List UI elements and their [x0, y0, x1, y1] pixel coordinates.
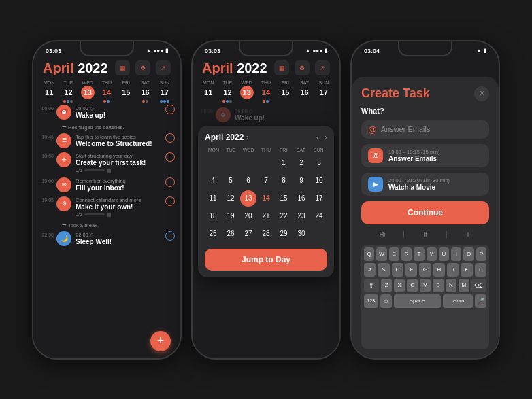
key-c[interactable]: C: [407, 279, 418, 292]
key-w[interactable]: W: [376, 247, 386, 261]
cal-day[interactable]: 17: [311, 190, 327, 207]
settings-icon[interactable]: ⚙: [135, 60, 150, 75]
week-col[interactable]: Mon11: [199, 80, 217, 103]
continue-button[interactable]: Continue: [361, 201, 489, 224]
week-col[interactable]: Wed13: [238, 80, 256, 103]
key-shift[interactable]: ⇧: [364, 279, 379, 292]
jump-to-day-button[interactable]: Jump to Day: [205, 249, 327, 271]
cal-day[interactable]: 26: [222, 226, 239, 242]
cal-day[interactable]: 3: [311, 155, 327, 171]
check-circle[interactable]: [165, 105, 175, 114]
settings-icon[interactable]: ⚙: [295, 60, 310, 75]
week-col-wed[interactable]: Wed 13: [79, 80, 97, 103]
key-u[interactable]: U: [439, 247, 449, 261]
cal-day[interactable]: 8: [276, 173, 292, 189]
week-col-mon[interactable]: Mon 11: [40, 80, 58, 103]
event-sleep[interactable]: 22:00 🌙 22:00 ◇ Sleep Well!: [39, 231, 175, 246]
key-emoji[interactable]: ☺: [380, 294, 392, 308]
key-t[interactable]: T: [414, 247, 424, 261]
key-r[interactable]: R: [401, 247, 412, 261]
key-numbers[interactable]: 123: [364, 294, 378, 308]
cal-day[interactable]: 29: [276, 226, 292, 242]
cal-day[interactable]: 22: [276, 208, 292, 224]
key-f[interactable]: F: [405, 263, 417, 277]
key-space[interactable]: space: [394, 294, 441, 308]
cal-day[interactable]: [205, 155, 221, 171]
cal-day[interactable]: 19: [222, 208, 239, 224]
week-col-sat[interactable]: Sat 16: [136, 80, 154, 103]
key-p[interactable]: P: [476, 247, 486, 261]
key-m[interactable]: M: [459, 279, 469, 292]
cal-day[interactable]: 7: [258, 173, 274, 189]
check-circle[interactable]: [165, 177, 175, 187]
cal-day[interactable]: 9: [293, 173, 310, 189]
key-delete[interactable]: ⌫: [471, 279, 486, 292]
cal-day[interactable]: 1: [276, 155, 292, 171]
key-return[interactable]: return: [443, 294, 472, 308]
key-j[interactable]: J: [447, 263, 459, 277]
calendar-icon[interactable]: ▦: [274, 60, 289, 75]
key-x[interactable]: X: [394, 279, 405, 292]
kb-sug-1[interactable]: Hi: [361, 231, 404, 238]
cal-day[interactable]: 20: [240, 208, 256, 224]
cal-day[interactable]: 2: [293, 155, 310, 171]
cal-day[interactable]: 18: [205, 208, 221, 224]
key-d[interactable]: D: [392, 263, 403, 277]
cal-day[interactable]: 10: [311, 173, 327, 189]
key-n[interactable]: N: [446, 279, 456, 292]
cal-day[interactable]: 28: [258, 226, 274, 242]
event-wakeup[interactable]: 06:00 ⏰ 06:00 ◇ Wake up!: [39, 105, 175, 120]
key-e[interactable]: E: [389, 247, 399, 261]
cal-day[interactable]: 4: [205, 173, 221, 189]
event-welcome[interactable]: 18:45 ☰ Tap this to learn the basics Wel…: [39, 133, 175, 148]
cal-day[interactable]: 15: [276, 190, 292, 207]
suggestion-answer-emails[interactable]: @ 10:00 – 10:15 (15 min) Answer Emails: [361, 144, 489, 167]
key-b[interactable]: B: [433, 279, 444, 292]
key-q[interactable]: Q: [364, 247, 374, 261]
week-col-tue[interactable]: Tue 12: [59, 80, 77, 103]
task-input[interactable]: Answer Emails: [381, 125, 482, 133]
key-v[interactable]: V: [420, 279, 431, 292]
check-circle[interactable]: [165, 196, 175, 206]
key-h[interactable]: H: [433, 263, 445, 277]
cal-day-highlight[interactable]: 14: [258, 190, 274, 207]
cal-day[interactable]: [311, 226, 327, 242]
week-col[interactable]: Thu14: [257, 80, 275, 103]
cal-day[interactable]: 6: [240, 173, 256, 189]
cal-day[interactable]: 24: [311, 208, 327, 224]
key-o[interactable]: O: [463, 247, 473, 261]
task-input-row[interactable]: @ Answer Emails: [361, 120, 489, 139]
key-g[interactable]: G: [419, 263, 431, 277]
week-col-sun[interactable]: Sun 17: [156, 80, 173, 103]
cal-day[interactable]: [240, 155, 256, 171]
cal-prev-btn[interactable]: ‹: [316, 133, 319, 142]
key-mic[interactable]: 🎤: [475, 294, 486, 308]
key-k[interactable]: K: [461, 263, 472, 277]
check-circle[interactable]: [165, 133, 175, 143]
cal-day-today[interactable]: 13: [240, 190, 256, 207]
event-inbox[interactable]: 19:00 ✉ Remember everything Fill your in…: [39, 177, 175, 192]
week-col[interactable]: Fri15: [276, 80, 294, 103]
event-create[interactable]: 18:50 + Start structuring your day Creat…: [39, 152, 175, 173]
week-col-thu[interactable]: Thu 14: [98, 80, 116, 103]
add-task-fab[interactable]: +: [150, 331, 171, 351]
cal-day[interactable]: 30: [293, 226, 310, 242]
key-l[interactable]: L: [475, 263, 486, 277]
check-circle[interactable]: [165, 231, 175, 241]
cal-day[interactable]: [222, 155, 239, 171]
cal-day[interactable]: 5: [222, 173, 239, 189]
week-col-fri[interactable]: Fri 15: [117, 80, 135, 103]
close-button[interactable]: ✕: [474, 86, 489, 101]
cal-day[interactable]: 16: [293, 190, 310, 207]
suggestion-watch-movie[interactable]: ▶ 20:00 – 21:30 (1hr, 30 min) Watch a Mo…: [361, 173, 489, 196]
key-z[interactable]: Z: [381, 279, 392, 292]
check-circle[interactable]: [165, 152, 175, 162]
calendar-icon[interactable]: ▦: [115, 60, 130, 75]
key-a[interactable]: A: [364, 263, 376, 277]
cal-day[interactable]: 25: [205, 226, 221, 242]
cal-day[interactable]: [258, 155, 274, 171]
week-col[interactable]: Sat16: [295, 80, 313, 103]
cal-day[interactable]: 27: [240, 226, 256, 242]
kb-sug-2[interactable]: If: [404, 231, 447, 238]
kb-sug-3[interactable]: I: [447, 231, 489, 238]
